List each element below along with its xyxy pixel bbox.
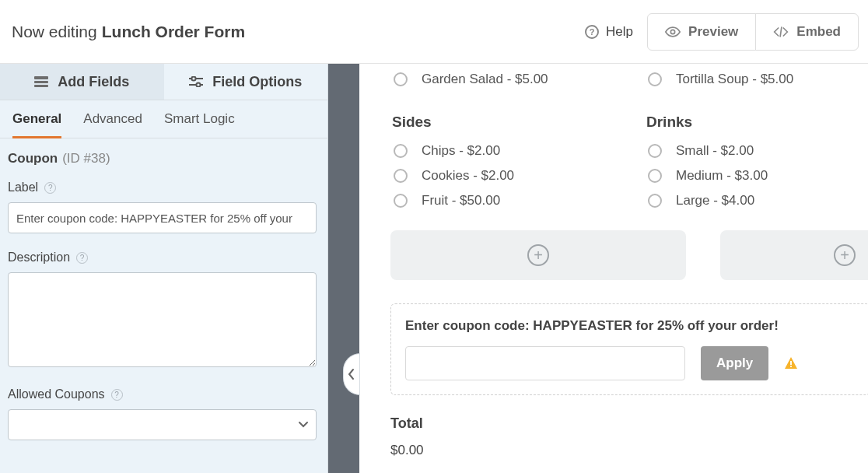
allowed-coupons-select[interactable]	[8, 409, 317, 440]
svg-rect-9	[790, 366, 792, 367]
description-label-text: Description	[8, 251, 70, 265]
radio-option[interactable]: Large - $4.00	[645, 191, 865, 210]
svg-rect-8	[790, 361, 792, 365]
coupon-input-row: Apply	[405, 346, 856, 380]
warning-icon	[784, 356, 798, 370]
tab-add-fields-label: Add Fields	[58, 74, 129, 90]
chevron-left-icon	[348, 368, 355, 380]
title-prefix: Now editing	[12, 23, 97, 41]
help-icon[interactable]: ?	[44, 182, 56, 194]
tab-field-options[interactable]: Field Options	[164, 64, 328, 100]
panel-heading: Coupon (ID #38)	[8, 151, 317, 166]
svg-point-5	[192, 76, 196, 80]
option-label: Chips - $2.00	[422, 143, 500, 159]
plus-icon: +	[834, 244, 856, 266]
top-options-row: Garden Salad - $5.00 Tortilla Soup - $5.…	[390, 70, 865, 90]
radio-option[interactable]: Fruit - $50.00	[390, 191, 611, 210]
radio-option[interactable]: Cookies - $2.00	[390, 166, 611, 185]
help-link[interactable]: ? Help	[571, 24, 647, 40]
option-label: Garden Salad - $5.00	[422, 72, 548, 87]
sub-tab-advanced[interactable]: Advanced	[83, 111, 142, 138]
coupon-field-label: Enter coupon code: HAPPYEASTER for 25% o…	[405, 318, 856, 334]
sides-title: Sides	[392, 114, 611, 131]
allowed-coupons-label: Allowed Coupons ?	[8, 387, 317, 401]
radio-option[interactable]: Chips - $2.00	[390, 142, 611, 160]
option-label: Medium - $3.00	[676, 168, 768, 184]
sliders-icon	[189, 76, 203, 87]
embed-button[interactable]: Embed	[755, 13, 859, 51]
option-label: Fruit - $50.00	[422, 193, 500, 208]
top-left-col: Garden Salad - $5.00	[390, 70, 611, 90]
embed-label: Embed	[796, 24, 841, 40]
svg-point-0	[670, 30, 674, 33]
label-input[interactable]	[8, 202, 317, 233]
panel-divider	[328, 64, 359, 473]
tab-add-fields[interactable]: Add Fields	[0, 64, 164, 100]
add-field-zone-right[interactable]: +	[720, 230, 868, 280]
svg-rect-3	[34, 85, 48, 87]
radio-option[interactable]: Medium - $3.00	[645, 166, 865, 185]
option-label: Large - $4.00	[676, 193, 754, 208]
coupon-code-input[interactable]	[405, 346, 685, 380]
help-icon[interactable]: ?	[111, 389, 123, 401]
field-settings-panel: Coupon (ID #38) Label ? Description ?	[0, 138, 327, 473]
mid-section-row: Sides Chips - $2.00 Cookies - $2.00 Frui…	[390, 90, 865, 216]
sidebar-tabs: Add Fields Field Options	[0, 64, 327, 100]
sub-tabs: General Advanced Smart Logic	[0, 100, 327, 138]
apply-label: Apply	[716, 356, 753, 370]
option-label: Small - $2.00	[676, 143, 754, 159]
tab-field-options-label: Field Options	[212, 74, 302, 90]
plus-icon: +	[527, 244, 549, 266]
row-label: Label ?	[8, 180, 317, 233]
option-label: Tortilla Soup - $5.00	[676, 72, 793, 87]
total-value: $0.00	[390, 443, 865, 458]
help-icon[interactable]: ?	[76, 252, 88, 264]
code-icon	[773, 26, 789, 37]
add-field-zone-left[interactable]: +	[390, 230, 686, 280]
svg-point-7	[197, 82, 201, 86]
collapse-handle[interactable]	[343, 353, 360, 395]
option-label: Cookies - $2.00	[422, 168, 514, 184]
svg-rect-2	[34, 81, 48, 83]
sides-col: Sides Chips - $2.00 Cookies - $2.00 Frui…	[390, 90, 611, 216]
radio-icon	[648, 72, 662, 86]
radio-icon	[648, 194, 662, 208]
radio-icon	[394, 169, 408, 183]
top-bar-actions: ? Help Preview Embed	[571, 13, 859, 51]
radio-option[interactable]: Garden Salad - $5.00	[390, 70, 611, 89]
help-label: Help	[606, 24, 633, 40]
page-title: Now editing Lunch Order Form	[9, 23, 245, 41]
row-allowed-coupons: Allowed Coupons ?	[8, 387, 317, 440]
allowed-coupons-label-text: Allowed Coupons	[8, 387, 105, 401]
svg-rect-1	[34, 76, 48, 79]
sub-tab-general[interactable]: General	[12, 111, 61, 138]
radio-icon	[394, 72, 408, 86]
drinks-title: Drinks	[646, 114, 865, 131]
drinks-col: Drinks Small - $2.00 Medium - $3.00 Larg…	[645, 90, 865, 216]
help-icon: ?	[585, 25, 599, 39]
eye-icon	[665, 26, 681, 37]
top-bar: Now editing Lunch Order Form ? Help Prev…	[0, 0, 868, 64]
preview-button[interactable]: Preview	[647, 13, 756, 51]
field-type-name: Coupon	[8, 151, 58, 166]
title-form-name: Lunch Order Form	[102, 23, 245, 41]
sidebar: Add Fields Field Options General Advance…	[0, 64, 328, 473]
preview-label: Preview	[688, 24, 738, 40]
description-label: Description ?	[8, 251, 317, 265]
radio-icon	[394, 144, 408, 158]
label-label: Label ?	[8, 180, 317, 194]
total-label: Total	[390, 415, 865, 432]
row-description: Description ?	[8, 251, 317, 370]
radio-icon	[394, 194, 408, 208]
sub-tab-smart-logic[interactable]: Smart Logic	[164, 111, 235, 138]
radio-icon	[648, 169, 662, 183]
radio-option[interactable]: Small - $2.00	[645, 142, 865, 160]
coupon-field-block[interactable]: Enter coupon code: HAPPYEASTER for 25% o…	[390, 303, 868, 395]
top-right-col: Tortilla Soup - $5.00	[645, 70, 865, 90]
description-textarea[interactable]	[8, 272, 317, 367]
main: Add Fields Field Options General Advance…	[0, 64, 868, 473]
field-id: (ID #38)	[62, 151, 110, 166]
radio-option[interactable]: Tortilla Soup - $5.00	[645, 70, 865, 89]
allowed-coupons-select-wrap	[8, 409, 317, 440]
apply-button[interactable]: Apply	[701, 346, 768, 380]
